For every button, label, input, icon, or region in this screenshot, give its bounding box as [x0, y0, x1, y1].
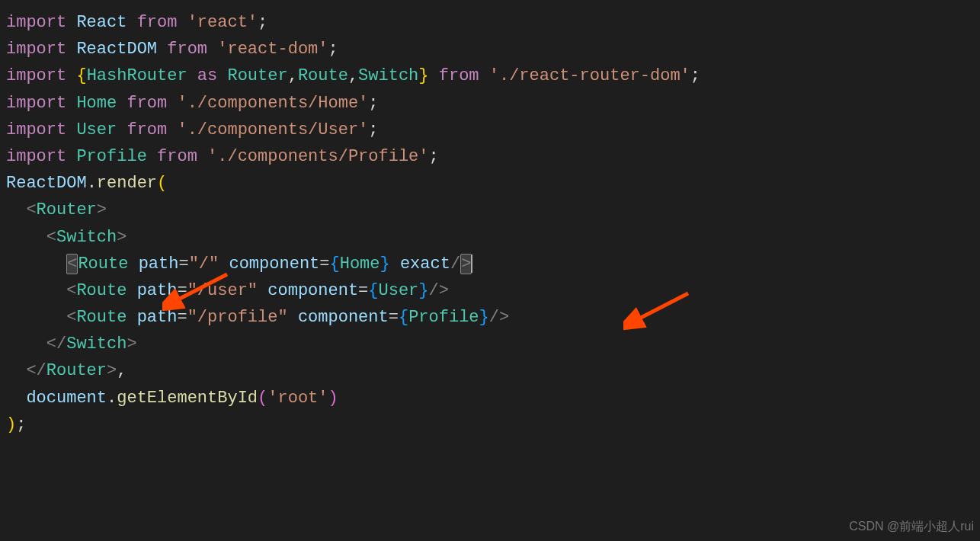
variable-reactdom: ReactDOM [76, 40, 157, 59]
attr-path: path [139, 254, 179, 274]
attr-exact: exact [400, 254, 450, 274]
code-line: import React from 'react'; [6, 9, 974, 36]
type-route: Route [298, 66, 348, 85]
jsx-switch-close: Switch [66, 335, 127, 354]
keyword-import: import [6, 147, 66, 166]
string-literal: 'react-dom' [217, 40, 328, 59]
jsx-route: Route [78, 254, 128, 274]
code-line: <Route path="/user" component={User}/> [6, 277, 974, 304]
variable-react: React [76, 13, 127, 32]
type-profile: Profile [76, 147, 146, 166]
type-user: User [76, 120, 117, 139]
code-line: import User from './components/User'; [6, 117, 974, 143]
code-line: import Home from './components/Home'; [6, 90, 974, 117]
keyword-import: import [6, 120, 66, 139]
type-user: User [379, 281, 419, 300]
jsx-switch: Switch [56, 228, 117, 247]
keyword-from: from [137, 13, 178, 32]
code-editor[interactable]: import React from 'react'; import ReactD… [6, 9, 974, 438]
type-hashrouter: HashRouter [87, 66, 187, 85]
attr-path: path [137, 281, 178, 300]
code-line: import ReactDOM from 'react-dom'; [6, 36, 974, 62]
type-home: Home [340, 254, 380, 274]
string-root: 'root' [267, 389, 328, 408]
function-getelementbyid: getElementById [117, 389, 258, 408]
attr-path: path [137, 308, 178, 327]
variable-reactdom: ReactDOM [6, 174, 87, 193]
string-literal: 'react' [187, 13, 258, 32]
keyword-import: import [6, 94, 66, 113]
jsx-router: Router [37, 200, 97, 219]
code-line: <Route path="/" component={Home} exact/> [6, 251, 974, 277]
keyword-from: from [157, 147, 197, 166]
keyword-from: from [439, 66, 479, 85]
string-value: "/" [189, 254, 219, 274]
code-line: ReactDOM.render( [6, 170, 974, 197]
type-home: Home [76, 94, 117, 113]
variable-document: document [26, 389, 107, 408]
keyword-import: import [6, 66, 66, 85]
jsx-route: Route [76, 281, 127, 300]
code-line: import Profile from './components/Profil… [6, 143, 974, 170]
string-literal: './react-router-dom' [489, 66, 690, 85]
keyword-from: from [167, 40, 207, 59]
code-line: import {HashRouter as Router,Route,Switc… [6, 62, 974, 89]
code-line: </Switch> [6, 331, 974, 357]
keyword-import: import [6, 40, 66, 59]
code-line: <Switch> [6, 224, 974, 251]
code-line: <Router> [6, 197, 974, 223]
code-line: ); [6, 411, 974, 438]
jsx-route: Route [76, 308, 127, 327]
string-literal: './components/User' [177, 120, 368, 139]
string-literal: './components/Profile' [207, 147, 428, 166]
attr-component: component [298, 308, 389, 327]
string-value: "/user" [187, 281, 258, 300]
jsx-router-close: Router [46, 361, 107, 380]
type-router: Router [227, 66, 287, 85]
type-switch: Switch [358, 66, 418, 85]
watermark-text: CSDN @前端小超人rui [849, 517, 974, 536]
attr-component: component [229, 254, 319, 274]
keyword-as: as [197, 66, 217, 85]
type-profile: Profile [408, 308, 479, 327]
code-line: document.getElementById('root') [6, 385, 974, 411]
code-line: </Router>, [6, 357, 974, 384]
keyword-from: from [127, 94, 167, 113]
attr-component: component [267, 281, 358, 300]
string-literal: './components/Home' [177, 94, 368, 113]
keyword-import: import [6, 13, 66, 32]
keyword-from: from [127, 120, 167, 139]
text-cursor [471, 254, 472, 273]
function-render: render [97, 174, 157, 193]
string-value: "/profile" [187, 308, 288, 327]
code-line: <Route path="/profile" component={Profil… [6, 304, 974, 331]
